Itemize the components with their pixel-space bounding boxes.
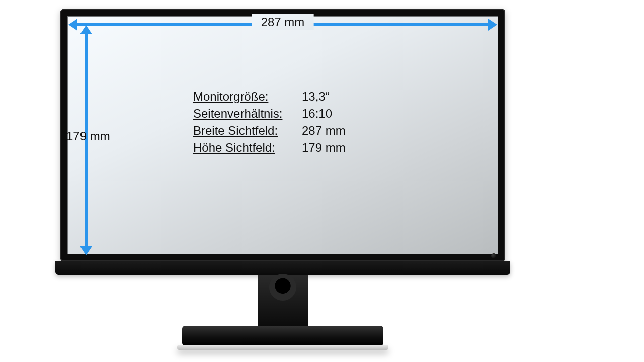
arrow-down-icon <box>80 246 92 255</box>
spec-row: Breite Sichtfeld: 287 mm <box>193 124 346 138</box>
spec-value: 13,3“ <box>302 89 330 104</box>
arrow-up-icon <box>80 25 92 34</box>
spec-value: 179 mm <box>302 141 346 155</box>
arrow-left-icon <box>68 19 77 31</box>
spec-key: Seitenverhältnis: <box>193 107 299 121</box>
monitor-stand-neck <box>258 275 308 330</box>
monitor-stand-plate <box>177 345 388 350</box>
power-led-icon <box>491 253 496 258</box>
width-dimension-arrow: 287 mm <box>75 23 490 26</box>
diagram-stage: 287 mm 179 mm Monitorgröße: 13,3“ Seiten… <box>0 0 644 362</box>
spec-value: 16:10 <box>302 107 332 121</box>
monitor-stand-base <box>182 326 383 346</box>
width-dimension-label: 287 mm <box>252 14 314 30</box>
spec-row: Seitenverhältnis: 16:10 <box>193 107 346 121</box>
spec-table: Monitorgröße: 13,3“ Seitenverhältnis: 16… <box>193 86 346 158</box>
arrow-right-icon <box>488 19 497 31</box>
height-dimension-label: 179 mm <box>62 128 114 144</box>
monitor-chin <box>55 261 510 275</box>
spec-key: Breite Sichtfeld: <box>193 124 299 138</box>
spec-value: 287 mm <box>302 124 346 138</box>
spec-key: Monitorgröße: <box>193 89 299 104</box>
spec-row: Höhe Sichtfeld: 179 mm <box>193 141 346 155</box>
spec-key: Höhe Sichtfeld: <box>193 141 299 155</box>
spec-row: Monitorgröße: 13,3“ <box>193 89 346 104</box>
